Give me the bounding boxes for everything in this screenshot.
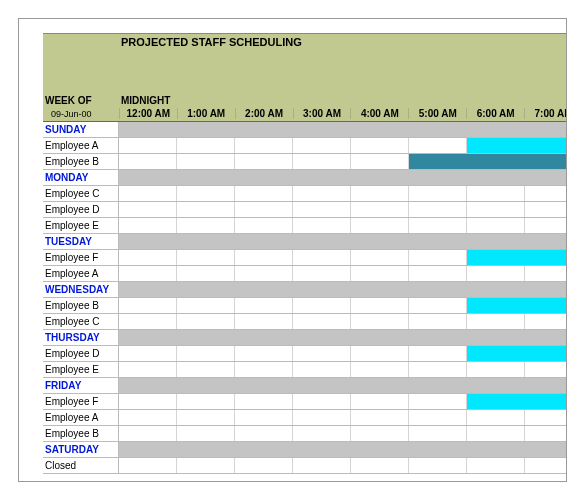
hour-cell — [409, 458, 467, 473]
hour-cell — [351, 394, 409, 409]
hour-cell — [293, 442, 351, 457]
hour-cell — [119, 458, 177, 473]
hour-cell — [119, 314, 177, 329]
hour-cell — [409, 138, 467, 153]
row-cells — [119, 362, 567, 377]
hour-cell — [525, 426, 567, 441]
row-cells — [119, 282, 567, 297]
hour-cell — [351, 250, 409, 265]
row-cells — [119, 410, 567, 425]
hour-cell — [525, 362, 567, 377]
hour-cell — [351, 154, 409, 169]
hour-cell — [177, 442, 235, 457]
hour-cell — [177, 250, 235, 265]
hour-cell — [119, 122, 177, 137]
hour-cell — [351, 346, 409, 361]
schedule-row: Employee F — [43, 394, 567, 410]
schedule-row: Employee E — [43, 218, 567, 234]
schedule-row: TUESDAY — [43, 234, 567, 250]
row-cells — [119, 346, 567, 361]
hour-cell — [119, 330, 177, 345]
hour-cell — [409, 282, 467, 297]
hour-cell — [351, 410, 409, 425]
schedule-row: Employee B — [43, 426, 567, 442]
hour-cell — [235, 442, 293, 457]
hour-7: 7:00 AM — [524, 108, 567, 119]
hour-cell — [467, 234, 525, 249]
hour-cell — [525, 442, 567, 457]
hour-cell — [351, 458, 409, 473]
row-cells — [119, 298, 567, 313]
time-header-row: 09-Jun-00 12:00 AM 1:00 AM 2:00 AM 3:00 … — [43, 106, 567, 122]
hour-cell — [119, 346, 177, 361]
label-row: WEEK OF MIDNIGHT — [43, 92, 567, 106]
hour-cell — [119, 362, 177, 377]
hour-cell — [177, 266, 235, 281]
hour-cell — [235, 298, 293, 313]
employee-label: Employee B — [43, 154, 119, 169]
hour-cell — [409, 122, 467, 137]
hour-cell — [409, 298, 467, 313]
hour-cell — [409, 426, 467, 441]
hour-cell — [409, 314, 467, 329]
employee-label: Closed — [43, 458, 119, 473]
hour-cell — [351, 314, 409, 329]
row-cells — [119, 170, 567, 185]
day-header-label: SATURDAY — [43, 442, 119, 457]
hour-cell — [467, 362, 525, 377]
schedule-row: Employee F — [43, 250, 567, 266]
hour-2: 2:00 AM — [235, 108, 293, 119]
hour-cell — [293, 330, 351, 345]
hour-cell — [409, 378, 467, 393]
hour-cell — [119, 378, 177, 393]
hour-cell — [525, 314, 567, 329]
row-cells — [119, 122, 567, 137]
hour-cell — [177, 202, 235, 217]
hour-cell — [119, 170, 177, 185]
hour-cell — [293, 170, 351, 185]
hour-cell — [177, 186, 235, 201]
hour-cell — [467, 266, 525, 281]
hour-cell — [293, 154, 351, 169]
hour-cell — [177, 362, 235, 377]
hour-cell — [235, 458, 293, 473]
hour-cell — [293, 410, 351, 425]
hour-cell — [119, 394, 177, 409]
hour-cell — [293, 122, 351, 137]
hour-cell — [177, 330, 235, 345]
schedule-row: Employee E — [43, 362, 567, 378]
hour-cell — [409, 234, 467, 249]
hour-cell — [525, 186, 567, 201]
hour-cell — [409, 250, 467, 265]
header-block: PROJECTED STAFF SCHEDULING WEEK OF MIDNI… — [43, 33, 567, 122]
hour-cell — [351, 202, 409, 217]
hour-cell — [409, 410, 467, 425]
shift-segment — [467, 346, 567, 361]
hour-cell — [235, 202, 293, 217]
row-cells — [119, 378, 567, 393]
hour-cell — [235, 122, 293, 137]
title-row: PROJECTED STAFF SCHEDULING — [43, 34, 567, 50]
hour-cell — [235, 234, 293, 249]
hour-5: 5:00 AM — [408, 108, 466, 119]
employee-label: Employee C — [43, 186, 119, 201]
hour-cell — [119, 442, 177, 457]
hour-cell — [177, 378, 235, 393]
hour-cell — [467, 186, 525, 201]
hour-cell — [467, 426, 525, 441]
schedule-row: Employee A — [43, 266, 567, 282]
shift-segment — [467, 138, 567, 153]
employee-label: Employee B — [43, 298, 119, 313]
schedule-row: FRIDAY — [43, 378, 567, 394]
employee-label: Employee F — [43, 250, 119, 265]
hour-cell — [119, 186, 177, 201]
hour-cell — [235, 218, 293, 233]
hour-cell — [293, 138, 351, 153]
hour-cell — [525, 378, 567, 393]
hour-cell — [525, 282, 567, 297]
schedule-sheet: PROJECTED STAFF SCHEDULING WEEK OF MIDNI… — [43, 33, 567, 474]
day-header-label: WEDNESDAY — [43, 282, 119, 297]
hour-cell — [293, 250, 351, 265]
schedule-row: SATURDAY — [43, 442, 567, 458]
hour-cell — [467, 170, 525, 185]
